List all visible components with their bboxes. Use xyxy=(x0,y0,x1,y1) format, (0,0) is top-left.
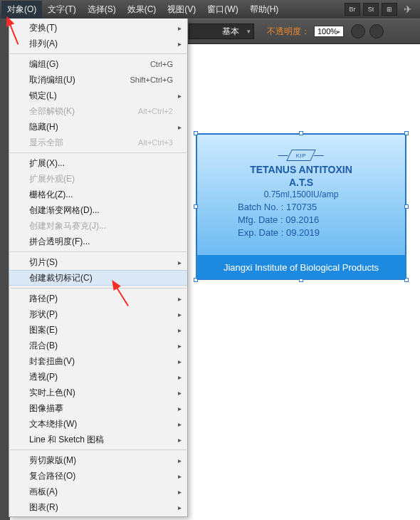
menu-item-label: 路径(P) xyxy=(29,293,58,305)
menu-item[interactable]: 图案(E) xyxy=(9,322,187,338)
menu-item-shortcut: Alt+Ctrl+2 xyxy=(138,107,173,115)
menu-item-label: 变换(T) xyxy=(29,22,57,34)
menu-item[interactable]: 路径(P) xyxy=(9,291,187,306)
menu-item-label: 图像描摹 xyxy=(29,402,63,415)
menu-item[interactable]: 编组(G)Ctrl+G xyxy=(9,56,187,72)
menu-item-label: 混合(B) xyxy=(29,340,58,352)
menu-item[interactable]: 扩展(X)... xyxy=(9,155,187,171)
bridge-icon[interactable]: Br xyxy=(345,3,360,16)
stock-icon[interactable]: St xyxy=(363,3,379,16)
doc-footer: Jiangxi Institute of Biological Products xyxy=(196,255,406,279)
menu-item-label: 画板(A) xyxy=(29,486,58,498)
opacity-label: 不透明度： xyxy=(267,26,310,38)
menu-item-label: 透视(P) xyxy=(29,371,58,383)
doc-dose: 0.75ml,1500IU/amp xyxy=(196,189,406,199)
menu-select[interactable]: 选择(S) xyxy=(82,1,122,19)
appearance-icon[interactable] xyxy=(369,24,384,38)
menu-item: 显示全部Alt+Ctrl+3 xyxy=(9,135,187,150)
menu-window[interactable]: 窗口(W) xyxy=(201,1,243,19)
menu-item-label: 封套扭曲(V) xyxy=(29,355,75,368)
menu-item-label: 拼合透明度(F)... xyxy=(29,236,90,248)
menu-item-label: 隐藏(H) xyxy=(29,121,58,133)
menu-item-label: 剪切蒙版(M) xyxy=(29,454,76,467)
selection-handle[interactable] xyxy=(194,204,198,209)
doc-exp: Exp. Date : 09.2019 xyxy=(238,227,406,239)
menu-item[interactable]: 取消编组(U)Shift+Ctrl+G xyxy=(9,72,187,88)
logo-icon: KIP xyxy=(286,150,315,161)
menu-item[interactable]: 排列(A) xyxy=(9,36,187,51)
menu-help[interactable]: 帮助(H) xyxy=(244,1,285,19)
menu-item[interactable]: 创建裁切标记(C) xyxy=(9,270,187,286)
selection-handle[interactable] xyxy=(194,131,198,135)
recolor-icon[interactable] xyxy=(351,24,365,38)
menubar: 对象(O) 文字(T) 选择(S) 效果(C) 视图(V) 窗口(W) 帮助(H… xyxy=(0,0,420,19)
menu-item-shortcut: Ctrl+G xyxy=(150,60,173,68)
menu-view[interactable]: 视图(V) xyxy=(162,1,201,19)
menu-item-label: 创建裁切标记(C) xyxy=(29,272,93,284)
menu-item: 全部解锁(K)Alt+Ctrl+2 xyxy=(9,103,187,119)
doc-info: Batch No. : 170735 Mfg. Date : 09.2016 E… xyxy=(196,201,406,239)
menu-item-label: 排列(A) xyxy=(29,38,58,50)
doc-mfg: Mfg. Date : 09.2016 xyxy=(238,214,406,227)
menu-item[interactable]: 变换(T) xyxy=(9,20,187,36)
graphic-style-dropdown[interactable]: 基本 xyxy=(189,24,254,39)
doc-ats: A.T.S xyxy=(196,177,406,188)
menu-item[interactable]: 透视(P) xyxy=(9,369,187,385)
menu-item-label: 形状(P) xyxy=(29,308,58,321)
menu-item-label: 创建对象马赛克(J)... xyxy=(29,220,106,232)
menu-item[interactable]: 切片(S) xyxy=(9,254,187,270)
menu-item-label: 锁定(L) xyxy=(29,90,57,102)
doc-batch: Batch No. : 170735 xyxy=(238,201,406,214)
menu-item[interactable]: 画板(A) xyxy=(9,484,187,499)
menu-item[interactable]: 创建渐变网格(D)... xyxy=(9,202,187,218)
menu-item[interactable]: 实时上色(N) xyxy=(9,385,187,400)
menubar-right: Br St ⊞ ✈ xyxy=(345,3,420,16)
menu-item[interactable]: 栅格化(Z)... xyxy=(9,187,187,202)
menu-text[interactable]: 文字(T) xyxy=(42,1,81,19)
menu-item[interactable]: 封套扭曲(V) xyxy=(9,353,187,369)
menu-item[interactable]: 形状(P) xyxy=(9,306,187,322)
arrange-docs-icon[interactable]: ⊞ xyxy=(382,3,397,16)
menu-effect[interactable]: 效果(C) xyxy=(122,1,162,19)
menu-item[interactable]: 图表(R) xyxy=(9,499,187,515)
menu-item-shortcut: Alt+Ctrl+3 xyxy=(138,138,173,147)
menu-item[interactable]: 剪切蒙版(M) xyxy=(9,452,187,468)
selection-handle[interactable] xyxy=(404,204,409,209)
menu-item-label: 全部解锁(K) xyxy=(29,105,75,118)
menu-item-label: 实时上色(N) xyxy=(29,387,75,399)
canvas[interactable]: KIP TETANUS ANTITOXIN A.T.S 0.75ml,1500I… xyxy=(189,44,419,520)
menu-item-label: 栅格化(Z)... xyxy=(29,189,73,201)
selected-object[interactable]: KIP TETANUS ANTITOXIN A.T.S 0.75ml,1500I… xyxy=(196,133,406,280)
object-menu-dropdown: 变换(T)排列(A)编组(G)Ctrl+G取消编组(U)Shift+Ctrl+G… xyxy=(9,19,188,517)
selection-handle[interactable] xyxy=(299,131,303,135)
menu-item-label: 扩展外观(E) xyxy=(29,173,75,185)
menu-item-label: 显示全部 xyxy=(29,137,63,149)
menu-item-label: 图案(E) xyxy=(29,324,58,336)
menu-item: 扩展外观(E) xyxy=(9,171,187,187)
gpu-icon[interactable]: ✈ xyxy=(400,3,416,16)
menu-item[interactable]: 拼合透明度(F)... xyxy=(9,234,187,249)
menu-item-label: 扩展(X)... xyxy=(29,157,65,170)
menu-item[interactable]: Line 和 Sketch 图稿 xyxy=(9,432,187,447)
menu-item-label: 复合路径(O) xyxy=(29,470,75,482)
menu-item[interactable]: 图像描摹 xyxy=(9,400,187,416)
menu-item-label: 创建渐变网格(D)... xyxy=(29,204,100,217)
menu-item-label: 编组(G) xyxy=(29,58,58,71)
menu-item[interactable]: 复合路径(O) xyxy=(9,468,187,484)
selection-handle[interactable] xyxy=(404,131,409,135)
opacity-value[interactable]: 100% xyxy=(314,26,344,37)
doc-title: TETANUS ANTITOXIN xyxy=(196,164,406,175)
menu-item[interactable]: 隐藏(H) xyxy=(9,119,187,135)
menu-item-label: 切片(S) xyxy=(29,256,58,269)
menu-item-label: Line 和 Sketch 图稿 xyxy=(29,434,104,446)
menu-item[interactable]: 锁定(L) xyxy=(9,88,187,103)
menu-item: 创建对象马赛克(J)... xyxy=(9,218,187,234)
menu-item-label: 图表(R) xyxy=(29,501,58,514)
menu-item-label: 取消编组(U) xyxy=(29,74,75,86)
menu-item[interactable]: 混合(B) xyxy=(9,338,187,353)
menu-item-shortcut: Shift+Ctrl+G xyxy=(130,76,173,84)
menu-item[interactable]: 文本绕排(W) xyxy=(9,416,187,432)
graphic-style-label: 基本 xyxy=(222,26,239,38)
menu-item-label: 文本绕排(W) xyxy=(29,418,77,430)
